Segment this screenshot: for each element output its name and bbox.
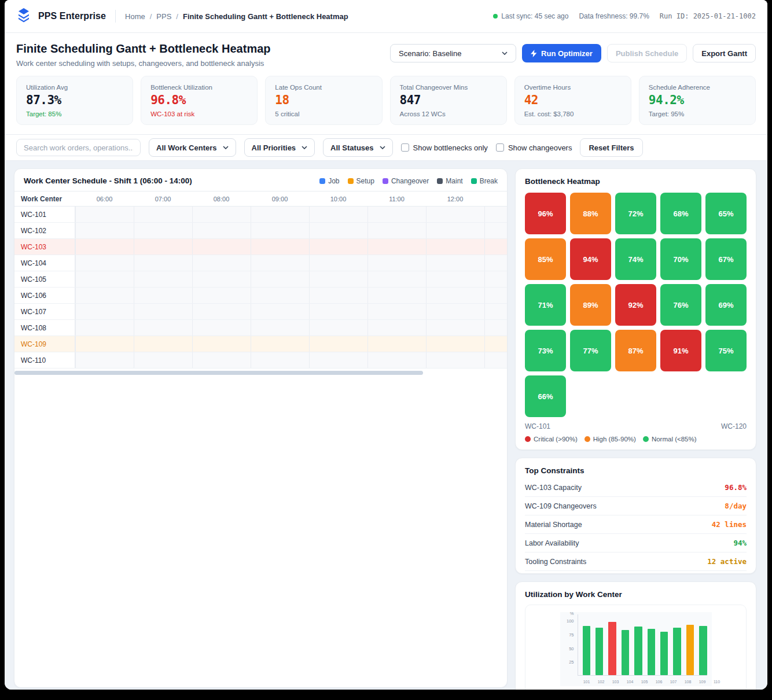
statuses-select[interactable]: All Statuses bbox=[323, 138, 392, 157]
gantt-legend-item: Break bbox=[471, 177, 498, 185]
legend-label: Setup bbox=[356, 177, 374, 185]
breadcrumb-home[interactable]: Home bbox=[125, 12, 145, 21]
legend-color-dot bbox=[348, 178, 354, 184]
show-changeovers-checkbox[interactable]: Show changeovers bbox=[496, 143, 572, 152]
heatmap-tile[interactable]: 77% bbox=[570, 330, 611, 371]
utilization-bar bbox=[608, 622, 616, 675]
scenario-select-value: Scenario: Baseline bbox=[399, 49, 461, 58]
heatmap-tile[interactable]: 66% bbox=[525, 375, 566, 417]
kpi-card: Bottleneck Utilization 96.8% WC-103 at r… bbox=[141, 76, 258, 125]
heatmap-tile[interactable]: 89% bbox=[570, 284, 611, 326]
heatmap-tile[interactable]: 75% bbox=[705, 330, 747, 371]
x-axis-tick-label: 105 bbox=[640, 680, 649, 684]
heatmap-legend-item: Normal (<85%) bbox=[643, 436, 697, 443]
heatmap-tile[interactable]: 96% bbox=[525, 193, 566, 234]
heatmap-tile[interactable]: 73% bbox=[525, 330, 566, 371]
legend-color-dot bbox=[643, 436, 649, 442]
heatmap-tile[interactable]: 67% bbox=[705, 238, 747, 280]
statuses-select-value: All Statuses bbox=[330, 143, 373, 152]
x-axis-tick-label: 110 bbox=[712, 680, 722, 684]
heatmap-tile[interactable]: 76% bbox=[660, 284, 701, 326]
utilization-bar bbox=[660, 632, 668, 675]
gantt-time-axis: Work Center 06:00 07:00 08:00 09:00 10:0… bbox=[14, 191, 507, 207]
gantt-row: WC-107 bbox=[14, 304, 507, 320]
data-freshness-text: Data freshness: 99.7% bbox=[579, 12, 649, 20]
hour-tick-label: 06:00 bbox=[75, 196, 134, 202]
checkbox-box bbox=[401, 143, 409, 152]
top-constraints-panel: Top Constraints WC-103 Capacity 96.8% WC… bbox=[515, 458, 756, 574]
x-axis-tick-label: 102 bbox=[597, 680, 606, 684]
heatmap-tile[interactable]: 69% bbox=[705, 284, 747, 326]
heatmap-title: Bottleneck Heatmap bbox=[525, 177, 747, 186]
heatmap-tile[interactable]: 92% bbox=[615, 284, 656, 326]
utilization-bar bbox=[634, 627, 642, 675]
y-axis-tick-label: 75 bbox=[569, 632, 574, 637]
heatmap-tile[interactable]: 70% bbox=[660, 238, 701, 280]
work-centers-select[interactable]: All Work Centers bbox=[149, 138, 236, 157]
chart-y-axis: %100755025 bbox=[560, 612, 578, 686]
breadcrumb-separator: / bbox=[176, 12, 178, 21]
pps-logo-icon bbox=[16, 8, 31, 25]
heatmap-tile[interactable]: 65% bbox=[705, 193, 747, 234]
utilization-bar bbox=[595, 628, 603, 675]
heatmap-tile[interactable]: 88% bbox=[570, 193, 611, 234]
gantt-row-timeline bbox=[75, 304, 507, 319]
gantt-row-timeline bbox=[75, 255, 507, 271]
main-content: Work Center Schedule - Shift 1 (06:00 - … bbox=[5, 161, 767, 690]
heatmap-tile[interactable]: 85% bbox=[525, 238, 566, 280]
run-optimizer-button[interactable]: Run Optimizer bbox=[522, 44, 601, 62]
reset-filters-button[interactable]: Reset Filters bbox=[580, 138, 642, 157]
work-centers-select-value: All Work Centers bbox=[156, 143, 217, 152]
export-gantt-button[interactable]: Export Gantt bbox=[693, 44, 756, 62]
work-center-label: WC-104 bbox=[14, 255, 75, 271]
y-axis-unit-label: % bbox=[570, 611, 574, 616]
gantt-row-timeline bbox=[75, 271, 507, 287]
gantt-legend: Job Setup Changeover bbox=[319, 177, 498, 185]
constraint-row: Material Shortage 42 lines bbox=[525, 515, 747, 534]
heatmap-tile[interactable]: 74% bbox=[615, 238, 656, 280]
heatmap-tile[interactable]: 72% bbox=[615, 193, 656, 234]
filter-bar: All Work Centers All Priorities All Stat… bbox=[5, 134, 767, 161]
heatmap-grid: 96% 88% 72% 68% 65% 85% 94% 74% bbox=[525, 193, 747, 417]
legend-color-dot bbox=[471, 178, 477, 184]
kpi-sub: Target: 95% bbox=[649, 110, 746, 117]
gantt-row: WC-110 bbox=[14, 352, 507, 369]
constraint-row: WC-109 Changeovers 8/day bbox=[525, 497, 747, 515]
search-input[interactable] bbox=[16, 139, 141, 156]
kpi-sub: Across 12 WCs bbox=[400, 110, 497, 117]
show-bottlenecks-checkbox[interactable]: Show bottlenecks only bbox=[401, 143, 488, 152]
legend-label: Maint bbox=[446, 177, 462, 185]
heatmap-tile[interactable]: 71% bbox=[525, 284, 566, 326]
gantt-row-timeline bbox=[75, 207, 507, 222]
constraint-value: 42 lines bbox=[712, 520, 747, 529]
gantt-legend-item: Job bbox=[319, 177, 339, 185]
gantt-legend-item: Maint bbox=[437, 177, 462, 185]
chevron-down-icon bbox=[302, 146, 307, 149]
legend-color-dot bbox=[584, 436, 590, 442]
x-axis-tick-label: 109 bbox=[698, 680, 707, 684]
lightning-icon bbox=[531, 50, 537, 57]
hour-tick-label: 12:00 bbox=[426, 196, 484, 202]
priorities-select[interactable]: All Priorities bbox=[244, 138, 315, 157]
legend-color-dot bbox=[437, 178, 443, 184]
kpi-label: Schedule Adherence bbox=[649, 84, 746, 91]
legend-label: Normal (<85%) bbox=[652, 436, 697, 443]
constraint-row: WC-103 Capacity 96.8% bbox=[525, 478, 747, 497]
kpi-sub: 5 critical bbox=[275, 110, 372, 117]
show-bottlenecks-label: Show bottlenecks only bbox=[413, 143, 488, 152]
heatmap-tile[interactable]: 94% bbox=[570, 238, 611, 280]
gantt-row: WC-103 bbox=[14, 239, 507, 255]
utilization-bar bbox=[583, 626, 590, 676]
gantt-horizontal-scrollbar[interactable] bbox=[14, 371, 423, 375]
utilization-bar bbox=[673, 628, 681, 675]
heatmap-tile[interactable]: 68% bbox=[660, 193, 701, 234]
breadcrumb-pps[interactable]: PPS bbox=[156, 12, 171, 21]
scenario-select[interactable]: Scenario: Baseline bbox=[390, 44, 516, 62]
kpi-card: Overtime Hours 42 Est. cost: $3,780 bbox=[514, 76, 631, 125]
chart-x-labels: 101102103104105106107108109110 bbox=[582, 680, 722, 684]
chevron-down-icon bbox=[502, 51, 508, 55]
utilization-bar bbox=[648, 629, 655, 675]
publish-schedule-button[interactable]: Publish Schedule bbox=[607, 44, 687, 62]
heatmap-tile[interactable]: 87% bbox=[615, 330, 656, 371]
heatmap-tile[interactable]: 91% bbox=[660, 330, 701, 371]
